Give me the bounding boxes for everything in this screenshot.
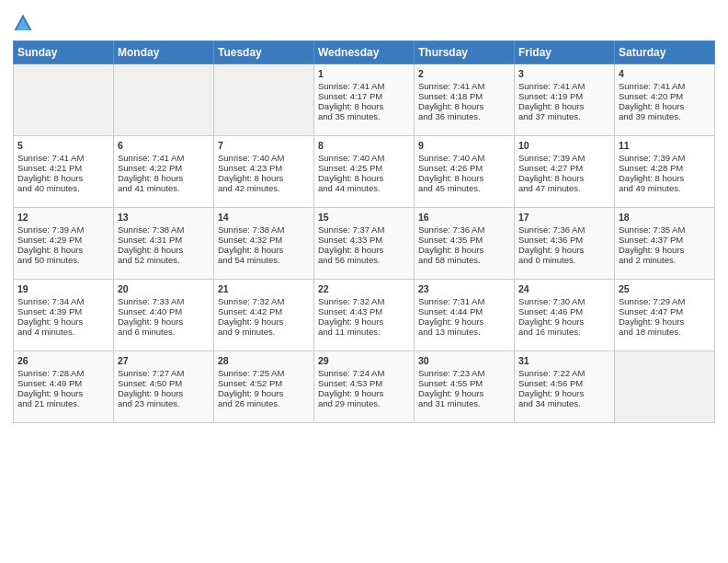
cell-line: Sunrise: 7:40 AM bbox=[218, 153, 310, 163]
day-number: 29 bbox=[318, 355, 410, 366]
cell-line: and 35 minutes. bbox=[318, 111, 410, 121]
logo bbox=[13, 13, 35, 33]
cell-line: Daylight: 8 hours bbox=[17, 173, 109, 183]
day-number: 22 bbox=[318, 283, 410, 294]
cell-line: and 42 minutes. bbox=[218, 183, 310, 193]
cell-line: and 40 minutes. bbox=[17, 183, 109, 193]
day-number: 9 bbox=[418, 140, 510, 151]
calendar-cell bbox=[214, 64, 314, 136]
cell-line: Daylight: 9 hours bbox=[619, 316, 711, 327]
weekday-header-sunday: Sunday bbox=[14, 41, 114, 64]
cell-line: Sunset: 4:49 PM bbox=[17, 378, 109, 388]
cell-line: Sunrise: 7:41 AM bbox=[318, 81, 410, 91]
cell-line: Sunrise: 7:31 AM bbox=[418, 296, 510, 306]
cell-line: Sunset: 4:32 PM bbox=[218, 235, 310, 245]
calendar-cell: 11Sunrise: 7:39 AMSunset: 4:28 PMDayligh… bbox=[615, 136, 715, 208]
cell-line: and 58 minutes. bbox=[418, 255, 510, 265]
cell-line: Sunset: 4:33 PM bbox=[318, 235, 410, 245]
cell-line: Sunset: 4:36 PM bbox=[518, 235, 610, 245]
cell-line: Sunrise: 7:37 AM bbox=[318, 224, 410, 235]
cell-line: Sunset: 4:26 PM bbox=[418, 163, 510, 173]
cell-line: Daylight: 9 hours bbox=[118, 388, 210, 398]
cell-line: and 44 minutes. bbox=[318, 183, 410, 193]
cell-line: Daylight: 8 hours bbox=[518, 101, 610, 111]
cell-line: Daylight: 8 hours bbox=[318, 173, 410, 183]
cell-line: Sunset: 4:50 PM bbox=[118, 378, 210, 388]
day-number: 8 bbox=[318, 140, 410, 151]
cell-line: Sunrise: 7:36 AM bbox=[518, 224, 610, 235]
cell-line: Sunrise: 7:25 AM bbox=[218, 368, 310, 378]
weekday-header-row: SundayMondayTuesdayWednesdayThursdayFrid… bbox=[14, 41, 715, 64]
cell-line: Daylight: 8 hours bbox=[318, 101, 410, 111]
cell-line: Daylight: 9 hours bbox=[118, 316, 210, 327]
cell-line: and 9 minutes. bbox=[218, 327, 310, 337]
cell-line: and 23 minutes. bbox=[118, 398, 210, 408]
cell-line: and 50 minutes. bbox=[17, 255, 109, 265]
cell-line: Sunrise: 7:40 AM bbox=[318, 153, 410, 163]
calendar-cell: 15Sunrise: 7:37 AMSunset: 4:33 PMDayligh… bbox=[314, 208, 415, 280]
cell-line: Sunrise: 7:41 AM bbox=[518, 81, 610, 91]
cell-line: Sunset: 4:37 PM bbox=[619, 235, 711, 245]
cell-line: Sunset: 4:56 PM bbox=[518, 378, 610, 388]
cell-line: and 54 minutes. bbox=[218, 255, 310, 265]
calendar-cell: 10Sunrise: 7:39 AMSunset: 4:27 PMDayligh… bbox=[515, 136, 615, 208]
cell-line: Daylight: 9 hours bbox=[17, 316, 109, 327]
calendar-cell: 27Sunrise: 7:27 AMSunset: 4:50 PMDayligh… bbox=[114, 351, 214, 423]
cell-line: Sunrise: 7:30 AM bbox=[518, 296, 610, 306]
cell-line: and 21 minutes. bbox=[17, 398, 109, 408]
day-number: 25 bbox=[619, 283, 711, 294]
day-number: 10 bbox=[518, 140, 610, 151]
cell-line: Sunset: 4:21 PM bbox=[17, 163, 109, 173]
calendar-cell: 1Sunrise: 7:41 AMSunset: 4:17 PMDaylight… bbox=[314, 64, 415, 136]
cell-line: Sunset: 4:44 PM bbox=[418, 306, 510, 316]
cell-line: Sunrise: 7:28 AM bbox=[17, 368, 109, 378]
cell-line: and 36 minutes. bbox=[418, 111, 510, 121]
day-number: 3 bbox=[518, 68, 610, 79]
day-number: 18 bbox=[619, 212, 711, 223]
page-container: SundayMondayTuesdayWednesdayThursdayFrid… bbox=[0, 0, 728, 563]
cell-line: Daylight: 9 hours bbox=[619, 245, 711, 255]
day-number: 14 bbox=[218, 212, 310, 223]
calendar-cell: 21Sunrise: 7:32 AMSunset: 4:42 PMDayligh… bbox=[214, 280, 314, 351]
cell-line: and 39 minutes. bbox=[619, 111, 711, 121]
calendar-cell: 2Sunrise: 7:41 AMSunset: 4:18 PMDaylight… bbox=[415, 64, 515, 136]
cell-line: Sunrise: 7:38 AM bbox=[118, 224, 210, 235]
cell-line: Sunset: 4:27 PM bbox=[518, 163, 610, 173]
cell-line: Sunrise: 7:23 AM bbox=[418, 368, 510, 378]
weekday-header-monday: Monday bbox=[114, 41, 214, 64]
cell-line: Sunset: 4:40 PM bbox=[118, 306, 210, 316]
calendar-cell: 18Sunrise: 7:35 AMSunset: 4:37 PMDayligh… bbox=[615, 208, 715, 280]
calendar-cell: 6Sunrise: 7:41 AMSunset: 4:22 PMDaylight… bbox=[114, 136, 214, 208]
cell-line: Daylight: 8 hours bbox=[318, 245, 410, 255]
day-number: 5 bbox=[17, 140, 109, 151]
cell-line: Sunset: 4:22 PM bbox=[118, 163, 210, 173]
cell-line: Sunrise: 7:29 AM bbox=[619, 296, 711, 306]
calendar-cell: 16Sunrise: 7:36 AMSunset: 4:35 PMDayligh… bbox=[415, 208, 515, 280]
calendar-cell: 9Sunrise: 7:40 AMSunset: 4:26 PMDaylight… bbox=[415, 136, 515, 208]
day-number: 30 bbox=[418, 355, 510, 366]
calendar-cell: 28Sunrise: 7:25 AMSunset: 4:52 PMDayligh… bbox=[214, 351, 314, 423]
calendar-cell: 20Sunrise: 7:33 AMSunset: 4:40 PMDayligh… bbox=[114, 280, 214, 351]
calendar-cell: 13Sunrise: 7:38 AMSunset: 4:31 PMDayligh… bbox=[114, 208, 214, 280]
day-number: 24 bbox=[518, 283, 610, 294]
cell-line: Sunset: 4:23 PM bbox=[218, 163, 310, 173]
day-number: 23 bbox=[418, 283, 510, 294]
cell-line: and 31 minutes. bbox=[418, 398, 510, 408]
cell-line: and 37 minutes. bbox=[518, 111, 610, 121]
day-number: 31 bbox=[518, 355, 610, 366]
cell-line: and 13 minutes. bbox=[418, 327, 510, 337]
calendar-cell: 14Sunrise: 7:38 AMSunset: 4:32 PMDayligh… bbox=[214, 208, 314, 280]
cell-line: Sunset: 4:35 PM bbox=[418, 235, 510, 245]
day-number: 26 bbox=[17, 355, 109, 366]
cell-line: Sunrise: 7:35 AM bbox=[619, 224, 711, 235]
cell-line: and 18 minutes. bbox=[619, 327, 711, 337]
cell-line: Daylight: 8 hours bbox=[619, 173, 711, 183]
cell-line: Sunset: 4:28 PM bbox=[619, 163, 711, 173]
cell-line: Sunrise: 7:27 AM bbox=[118, 368, 210, 378]
cell-line: Daylight: 9 hours bbox=[318, 388, 410, 398]
cell-line: Daylight: 9 hours bbox=[218, 388, 310, 398]
calendar-cell: 5Sunrise: 7:41 AMSunset: 4:21 PMDaylight… bbox=[14, 136, 114, 208]
cell-line: and 0 minutes. bbox=[518, 255, 610, 265]
cell-line: Sunrise: 7:39 AM bbox=[619, 153, 711, 163]
cell-line: Daylight: 8 hours bbox=[118, 173, 210, 183]
